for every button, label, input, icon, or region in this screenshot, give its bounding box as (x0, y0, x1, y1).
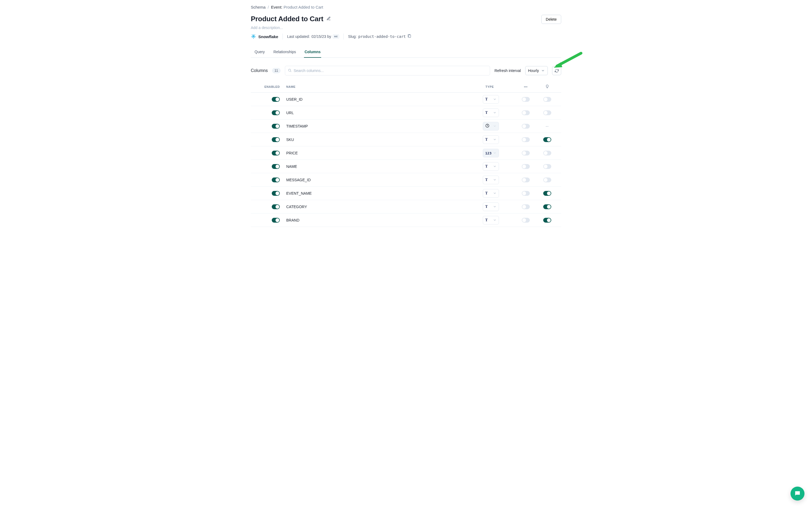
pii-toggle[interactable] (522, 164, 530, 169)
suggestion-toggle[interactable] (543, 218, 551, 223)
th-name: NAME (286, 85, 483, 88)
edit-title-icon[interactable] (327, 16, 331, 21)
type-select[interactable]: T (483, 203, 499, 211)
updated-by-badge: ME (333, 35, 339, 39)
suggestion-toggle[interactable] (543, 164, 551, 169)
pii-toggle[interactable] (522, 97, 530, 102)
suggestion-toggle[interactable] (543, 204, 551, 209)
suggestion-toggle[interactable] (543, 137, 551, 142)
pii-toggle[interactable] (522, 137, 530, 142)
source-chip: Snowflake (251, 34, 278, 39)
slug: Slug: product-added-to-cart (348, 34, 411, 39)
table-row: SKUT (251, 133, 561, 146)
pii-toggle[interactable] (522, 204, 530, 209)
refresh-icon (555, 69, 559, 73)
enabled-toggle[interactable] (272, 204, 280, 209)
enabled-toggle[interactable] (272, 164, 280, 169)
breadcrumb-separator: / (268, 5, 269, 9)
type-select[interactable]: T (483, 216, 499, 225)
enabled-toggle[interactable] (272, 191, 280, 196)
table-row: TIMESTAMP-- (251, 119, 561, 133)
breadcrumb-prefix: Event: (271, 5, 283, 9)
type-text-icon: T (485, 97, 487, 102)
tab-columns[interactable]: Columns (304, 47, 321, 58)
type-select[interactable]: T (483, 109, 499, 117)
breadcrumb-root[interactable]: Schema (251, 5, 266, 9)
pii-toggle[interactable] (522, 177, 530, 182)
column-name: NAME (286, 164, 483, 169)
divider (343, 34, 344, 40)
search-columns-wrap[interactable] (285, 66, 490, 75)
svg-point-1 (288, 69, 291, 71)
chevron-down-icon (541, 69, 545, 72)
last-updated: Last updated: 02/15/23 by ME (287, 35, 339, 39)
table-row: MESSAGE_IDT (251, 173, 561, 187)
last-updated-value: 02/15/23 by (311, 35, 331, 39)
enabled-toggle[interactable] (272, 137, 280, 142)
enabled-toggle[interactable] (272, 177, 280, 182)
type-timestamp-icon (485, 123, 489, 129)
type-text-icon: T (485, 177, 487, 182)
slug-value: product-added-to-cart (358, 35, 406, 39)
type-text-icon: T (485, 218, 487, 222)
refresh-interval-select[interactable]: Hourly (525, 66, 548, 75)
table-row: NAMET (251, 160, 561, 173)
type-select (483, 122, 499, 130)
enabled-toggle[interactable] (272, 124, 280, 129)
slug-label: Slug: (348, 35, 357, 39)
tabs: QueryRelationshipsColumns (251, 47, 561, 58)
search-icon (288, 68, 292, 73)
tab-relationships[interactable]: Relationships (273, 47, 296, 58)
type-text-icon: T (485, 110, 487, 115)
pii-toggle[interactable] (522, 191, 530, 196)
type-select[interactable]: T (483, 176, 499, 184)
delete-button[interactable]: Delete (541, 15, 561, 24)
column-name: TIMESTAMP (286, 124, 483, 128)
pii-toggle[interactable] (522, 151, 530, 156)
enabled-toggle[interactable] (272, 218, 280, 223)
pii-toggle[interactable] (522, 124, 530, 129)
suggestion-toggle[interactable] (543, 97, 551, 102)
table-row: CATEGORYT (251, 200, 561, 214)
source-name: Snowflake (258, 35, 278, 39)
suggestion-toggle[interactable] (543, 191, 551, 196)
column-name: EVENT_NAME (286, 191, 483, 195)
table-row: USER_IDT (251, 93, 561, 106)
th-type: TYPE (483, 85, 515, 88)
tab-query[interactable]: Query (254, 47, 265, 58)
pii-toggle[interactable] (522, 110, 530, 115)
table-header: ENABLED NAME TYPE ••• (251, 81, 561, 93)
suggestion-toggle[interactable] (543, 151, 551, 156)
enabled-toggle[interactable] (272, 110, 280, 115)
th-enabled: ENABLED (254, 85, 286, 88)
type-text-icon: T (485, 164, 487, 169)
table-row: PRICE123 (251, 146, 561, 160)
pii-toggle[interactable] (522, 218, 530, 223)
column-name: SKU (286, 137, 483, 142)
suggestion-toggle[interactable] (543, 177, 551, 182)
type-number-icon: 123 (485, 151, 491, 155)
type-select[interactable]: T (483, 162, 499, 171)
table-row: URLT (251, 106, 561, 119)
suggestion-toggle[interactable] (543, 110, 551, 115)
last-updated-label: Last updated: (287, 35, 310, 39)
columns-count-badge: 11 (272, 68, 280, 73)
type-text-icon: T (485, 191, 487, 195)
column-name: USER_ID (286, 97, 483, 102)
type-select[interactable]: T (483, 95, 499, 104)
breadcrumb-current: Product Added to Cart (284, 5, 323, 9)
copy-slug-icon[interactable] (407, 34, 411, 39)
enabled-toggle[interactable] (272, 151, 280, 156)
suggestion-disabled: -- (545, 124, 548, 128)
page-title: Product Added to Cart (251, 15, 323, 23)
enabled-toggle[interactable] (272, 97, 280, 102)
type-select[interactable]: T (483, 135, 499, 144)
description-input[interactable]: Add a description... (251, 25, 561, 30)
column-name: PRICE (286, 151, 483, 155)
column-name: BRAND (286, 218, 483, 222)
breadcrumb: Schema / Event: Product Added to Cart (251, 5, 561, 9)
search-columns-input[interactable] (294, 68, 487, 73)
refresh-now-button[interactable] (552, 66, 561, 75)
svg-rect-0 (409, 35, 411, 38)
type-select[interactable]: T (483, 189, 499, 198)
